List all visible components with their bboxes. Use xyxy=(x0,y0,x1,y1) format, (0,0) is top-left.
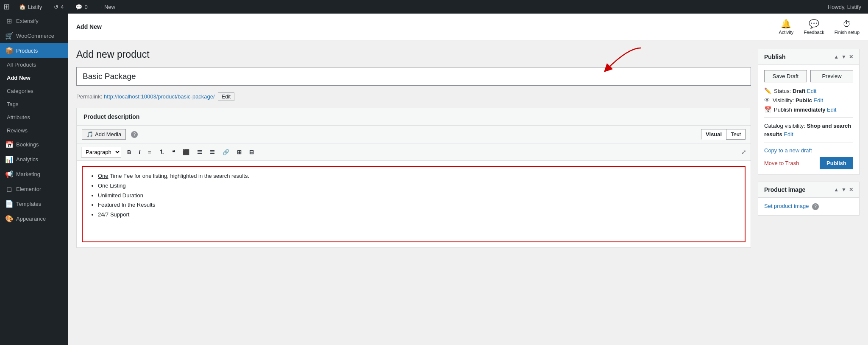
image-collapse-down-icon[interactable]: ▼ xyxy=(841,187,846,193)
text-tab[interactable]: Text xyxy=(726,129,746,140)
expand-button[interactable]: ⤢ xyxy=(741,149,746,155)
adminbar-home-icon: 🏠 xyxy=(19,4,26,10)
publish-actions: Save Draft Preview xyxy=(764,70,853,82)
unordered-list-button[interactable]: ≡ xyxy=(145,147,155,157)
sidebar: ⊞ Extensify 🛒 WooCommerce 📦 Products All… xyxy=(0,14,68,345)
main-content: Add New 🔔 Activity 💬 Feedback ⏱ Finish s… xyxy=(68,14,868,345)
publish-schedule: 📅 Publish immediately Edit xyxy=(764,106,853,113)
image-collapse-up-icon[interactable]: ▲ xyxy=(834,187,839,193)
table-button[interactable]: ⊞ xyxy=(234,147,245,157)
appearance-icon: 🎨 xyxy=(5,215,13,223)
add-new-arrow xyxy=(0,68,3,81)
product-image-panel-header: Product image ▲ ▼ ✕ xyxy=(758,182,859,198)
finish-setup-icon: ⏱ xyxy=(843,19,851,29)
blockquote-button[interactable]: ❝ xyxy=(169,147,178,157)
product-title-input[interactable] xyxy=(76,67,751,86)
sidebar-item-products[interactable]: 📦 Products xyxy=(0,43,68,58)
catalog-visibility: Catalog visibility: Shop and search resu… xyxy=(764,122,853,138)
status-edit-link[interactable]: Edit xyxy=(807,88,816,94)
more-options-button[interactable]: ⊟ xyxy=(246,147,257,157)
catalog-edit-link[interactable]: Edit xyxy=(784,131,793,137)
save-draft-button[interactable]: Save Draft xyxy=(764,70,807,82)
sidebar-item-analytics[interactable]: 📊 Analytics xyxy=(0,152,68,167)
editor-format-bar: Paragraph B I ≡ ⒈ ❝ ⬛ ☰ ☰ 🔗 ⊞ ⊟ ⤢ xyxy=(77,143,751,161)
sidebar-item-attributes[interactable]: Attributes xyxy=(0,111,68,124)
sidebar-item-woocommerce[interactable]: 🛒 WooCommerce xyxy=(0,28,68,43)
preview-button[interactable]: Preview xyxy=(810,70,853,82)
sidebar-item-categories[interactable]: Categories xyxy=(0,84,68,98)
align-center-button[interactable]: ☰ xyxy=(194,147,206,157)
permalink: Permalink: http://localhost:10003/produc… xyxy=(76,93,751,101)
move-trash-link[interactable]: Move to Trash xyxy=(764,160,799,166)
title-container xyxy=(76,67,751,89)
publish-panel-controls[interactable]: ▲ ▼ ✕ xyxy=(834,54,853,60)
visibility-icon: 👁 xyxy=(764,97,770,104)
sidebar-item-appearance[interactable]: 🎨 Appearance xyxy=(0,211,68,226)
wp-logo[interactable]: ⊞ xyxy=(3,2,10,11)
publish-visibility: 👁 Visibility: Public Edit xyxy=(764,97,853,104)
adminbar-new[interactable]: + New xyxy=(97,0,118,14)
header-actions: 🔔 Activity 💬 Feedback ⏱ Finish setup xyxy=(779,19,860,35)
bookings-icon: 📅 xyxy=(5,140,13,149)
adminbar-howdy: Howdy, Listify xyxy=(824,4,865,10)
link-button[interactable]: 🔗 xyxy=(219,147,233,157)
visibility-edit-link[interactable]: Edit xyxy=(814,97,823,104)
copy-draft-link[interactable]: Copy to a new draft xyxy=(764,147,853,154)
italic-button[interactable]: I xyxy=(135,147,144,157)
publish-edit-link[interactable]: Edit xyxy=(827,107,836,113)
content-header-title: Add New xyxy=(76,23,102,30)
sidebar-item-extensify[interactable]: ⊞ Extensify xyxy=(0,14,68,28)
editor-toolbar-top: 🎵 Add Media ? Visual Text xyxy=(77,126,751,143)
sidebar-item-marketing[interactable]: 📢 Marketing xyxy=(0,167,68,182)
image-close-icon[interactable]: ✕ xyxy=(849,187,853,193)
visual-tab[interactable]: Visual xyxy=(701,129,726,140)
ordered-list-button[interactable]: ⒈ xyxy=(156,146,168,158)
publish-panel: Publish ▲ ▼ ✕ Save Draft Preview xyxy=(758,49,860,175)
adminbar-comments[interactable]: 💬 0 xyxy=(73,0,90,14)
collapse-up-icon[interactable]: ▲ xyxy=(834,54,839,60)
feedback-action[interactable]: 💬 Feedback xyxy=(804,19,824,35)
sidebar-item-elementor[interactable]: ◻ Elementor xyxy=(0,182,68,196)
publish-panel-body: Save Draft Preview ✏️ Status: Draft Edit… xyxy=(758,65,859,174)
add-media-button[interactable]: 🎵 Add Media xyxy=(82,129,126,140)
editor-content[interactable]: One Time Fee for one listing, highlighte… xyxy=(82,166,746,242)
align-left-button[interactable]: ⬛ xyxy=(179,147,193,157)
products-icon: 📦 xyxy=(5,47,13,55)
bold-button[interactable]: B xyxy=(124,147,134,157)
sidebar-item-templates[interactable]: 📄 Templates xyxy=(0,196,68,211)
finish-setup-action[interactable]: ⏱ Finish setup xyxy=(835,19,860,35)
product-image-panel-controls[interactable]: ▲ ▼ ✕ xyxy=(834,187,853,193)
status-icon: ✏️ xyxy=(764,87,771,94)
publish-panel-header: Publish ▲ ▼ ✕ xyxy=(758,49,859,65)
adminbar-updates[interactable]: ↺ 4 xyxy=(51,0,66,14)
admin-bar: ⊞ 🏠 Listify ↺ 4 💬 0 + New Howdy, Listify xyxy=(0,0,868,14)
product-image-panel-body: Set product image ? xyxy=(758,198,859,215)
product-image-panel: Product image ▲ ▼ ✕ Set product image ? xyxy=(758,182,860,216)
sidebar-item-add-new[interactable]: Add New xyxy=(0,71,68,84)
help-icon[interactable]: ? xyxy=(131,131,138,138)
publish-button[interactable]: Publish xyxy=(820,157,853,169)
set-product-image-link[interactable]: Set product image xyxy=(764,203,809,209)
activity-action[interactable]: 🔔 Activity xyxy=(779,19,794,35)
adminbar-comments-icon: 💬 xyxy=(75,4,82,10)
activity-icon: 🔔 xyxy=(781,19,791,29)
publish-divider2 xyxy=(764,143,853,143)
permalink-edit-button[interactable]: Edit xyxy=(218,93,234,101)
editor-area: Add new product Permalink: http://localh… xyxy=(76,49,751,337)
permalink-url[interactable]: http://localhost:10003/product/basic-pac… xyxy=(104,93,215,100)
adminbar-site[interactable]: 🏠 Listify xyxy=(17,0,45,14)
content-header: Add New 🔔 Activity 💬 Feedback ⏱ Finish s… xyxy=(68,14,868,40)
sidebar-item-reviews[interactable]: Reviews xyxy=(0,124,68,137)
paragraph-select[interactable]: Paragraph xyxy=(81,147,121,157)
align-right-button[interactable]: ☰ xyxy=(206,147,218,157)
sidebar-item-tags[interactable]: Tags xyxy=(0,98,68,111)
description-header: Product description xyxy=(77,108,751,126)
marketing-icon: 📢 xyxy=(5,170,13,178)
collapse-down-icon[interactable]: ▼ xyxy=(841,54,846,60)
close-panel-icon[interactable]: ✕ xyxy=(849,54,853,60)
publish-bottom: Move to Trash Publish xyxy=(764,157,853,169)
sidebar-item-all-products[interactable]: All Products xyxy=(0,58,68,71)
add-media-icon: 🎵 xyxy=(86,131,93,137)
sidebar-item-bookings[interactable]: 📅 Bookings xyxy=(0,137,68,152)
product-image-help-icon[interactable]: ? xyxy=(812,203,819,210)
